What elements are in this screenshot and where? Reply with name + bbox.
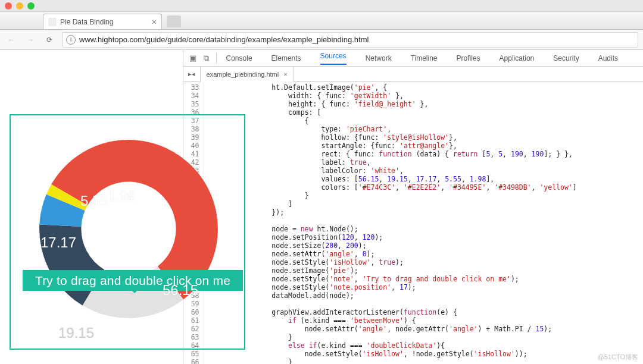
site-info-icon[interactable]: i [66, 35, 76, 45]
open-file-tab[interactable]: example_piebinding.html × [200, 67, 294, 82]
pie-label: 17.17 [40, 234, 76, 251]
navigator-toggle-icon[interactable]: ▸◂ [186, 70, 198, 78]
window-controls [0, 0, 643, 12]
url-input[interactable] [79, 35, 634, 44]
pie-label: 1.98 [108, 188, 136, 205]
devtools-tab-application[interactable]: Application [500, 54, 535, 62]
browser-tab[interactable]: Pie Data Binding × [43, 14, 162, 29]
pie-label: 5.55 [80, 193, 108, 209]
devtools-tab-profiles[interactable]: Profiles [457, 54, 480, 62]
device-icon[interactable]: ⧉ [204, 54, 209, 63]
code-editor[interactable]: ht.Default.setImage('pie', { width: { fu… [204, 82, 643, 364]
tab-title: Pie Data Binding [60, 18, 113, 26]
page-viewport: Try to drag and double click on me 56.15… [0, 50, 183, 364]
forward-button[interactable]: → [24, 33, 37, 46]
watermark: @51CTO博客 [598, 353, 638, 362]
address-bar: ← → ⟳ i [0, 30, 643, 50]
close-file-icon[interactable]: × [283, 71, 287, 78]
back-button[interactable]: ← [5, 33, 18, 46]
devtools-tab-security[interactable]: Security [553, 54, 579, 62]
devtools-tab-timeline[interactable]: Timeline [411, 54, 438, 62]
devtools-tab-sources[interactable]: Sources [320, 52, 347, 65]
pie-label: 19.15 [58, 325, 94, 341]
favicon [48, 18, 57, 26]
inspect-icon[interactable]: ▣ [189, 54, 196, 62]
close-window-button[interactable] [5, 2, 12, 10]
url-field[interactable]: i [62, 32, 638, 48]
pie-container[interactable]: Try to drag and double click on me 56.15… [10, 114, 245, 350]
tab-strip: Pie Data Binding × [0, 12, 643, 30]
maximize-window-button[interactable] [27, 2, 35, 10]
devtools-tab-console[interactable]: Console [226, 54, 252, 62]
devtools-tab-elements[interactable]: Elements [271, 54, 301, 62]
devtools-tab-audits[interactable]: Audits [598, 54, 618, 62]
open-file-name: example_piebinding.html [207, 71, 279, 78]
minimize-window-button[interactable] [16, 2, 23, 10]
devtools-tab-network[interactable]: Network [366, 54, 392, 62]
pie-label: 56.15 [163, 282, 198, 299]
devtools-panel: ▣ ⧉ ConsoleElementsSourcesNetworkTimelin… [183, 50, 643, 364]
devtools-toolbar: ▣ ⧉ ConsoleElementsSourcesNetworkTimelin… [183, 50, 643, 67]
reload-button[interactable]: ⟳ [43, 33, 56, 46]
note-tooltip: Try to drag and double click on me [23, 270, 243, 291]
sources-subbar: ▸◂ example_piebinding.html × [183, 67, 643, 82]
close-tab-icon[interactable]: × [152, 17, 157, 27]
new-tab-button[interactable] [167, 15, 181, 27]
